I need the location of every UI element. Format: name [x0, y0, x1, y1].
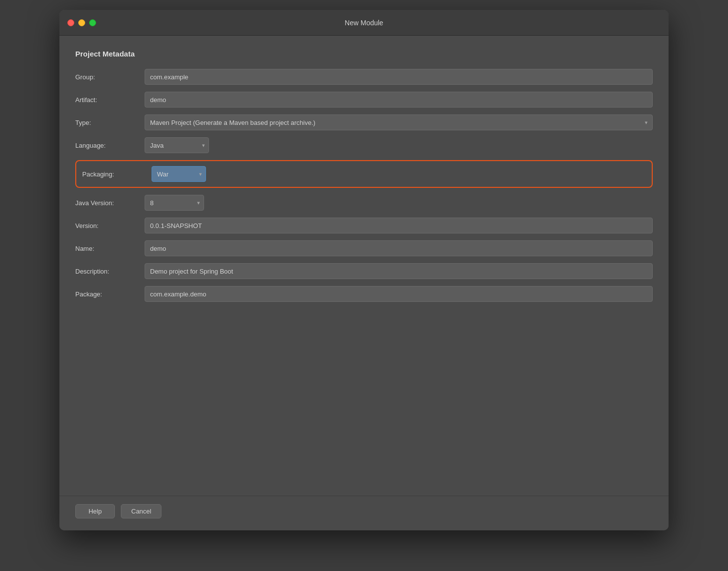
group-label: Group:: [75, 73, 145, 81]
packaging-select[interactable]: War Jar: [152, 166, 206, 182]
packaging-label: Packaging:: [82, 171, 152, 178]
name-label: Name:: [75, 245, 145, 252]
package-input[interactable]: [145, 286, 653, 302]
name-row: Name:: [75, 240, 653, 256]
new-module-window: New Module Project Metadata Group: Artif…: [59, 10, 669, 530]
java-version-select[interactable]: 8 11 17 21: [145, 195, 204, 211]
language-select[interactable]: Java Kotlin Groovy: [145, 137, 209, 153]
language-label: Language:: [75, 142, 145, 149]
section-title: Project Metadata: [75, 50, 653, 58]
artifact-row: Artifact:: [75, 92, 653, 108]
version-row: Version:: [75, 218, 653, 233]
close-button[interactable]: [67, 19, 74, 26]
title-bar: New Module: [59, 10, 669, 36]
language-select-wrapper: Java Kotlin Groovy: [145, 137, 209, 153]
description-input[interactable]: [145, 263, 653, 279]
form-content: Project Metadata Group: Artifact: Type: …: [59, 36, 669, 496]
description-label: Description:: [75, 268, 145, 275]
java-version-label: Java Version:: [75, 199, 145, 207]
description-row: Description:: [75, 263, 653, 279]
version-input[interactable]: [145, 218, 653, 233]
type-row: Type: Maven Project (Generate a Maven ba…: [75, 114, 653, 130]
minimize-button[interactable]: [78, 19, 85, 26]
cancel-button[interactable]: Cancel: [121, 504, 161, 518]
java-version-row: Java Version: 8 11 17 21: [75, 195, 653, 211]
name-input[interactable]: [145, 240, 653, 256]
window-title: New Module: [345, 19, 383, 27]
type-label: Type:: [75, 119, 145, 126]
artifact-input[interactable]: [145, 92, 653, 108]
help-button[interactable]: Help: [75, 504, 115, 518]
package-label: Package:: [75, 290, 145, 298]
group-input[interactable]: [145, 69, 653, 85]
packaging-highlight-box: Packaging: War Jar: [75, 160, 653, 188]
footer: Help Cancel: [59, 496, 669, 530]
artifact-label: Artifact:: [75, 96, 145, 104]
maximize-button[interactable]: [89, 19, 96, 26]
group-row: Group:: [75, 69, 653, 85]
packaging-select-wrapper: War Jar: [152, 166, 206, 182]
version-label: Version:: [75, 222, 145, 229]
type-select-wrapper: Maven Project (Generate a Maven based pr…: [145, 114, 653, 130]
traffic-lights: [67, 19, 96, 26]
type-select[interactable]: Maven Project (Generate a Maven based pr…: [145, 114, 653, 130]
java-version-select-wrapper: 8 11 17 21: [145, 195, 204, 211]
package-row: Package:: [75, 286, 653, 302]
language-row: Language: Java Kotlin Groovy: [75, 137, 653, 153]
